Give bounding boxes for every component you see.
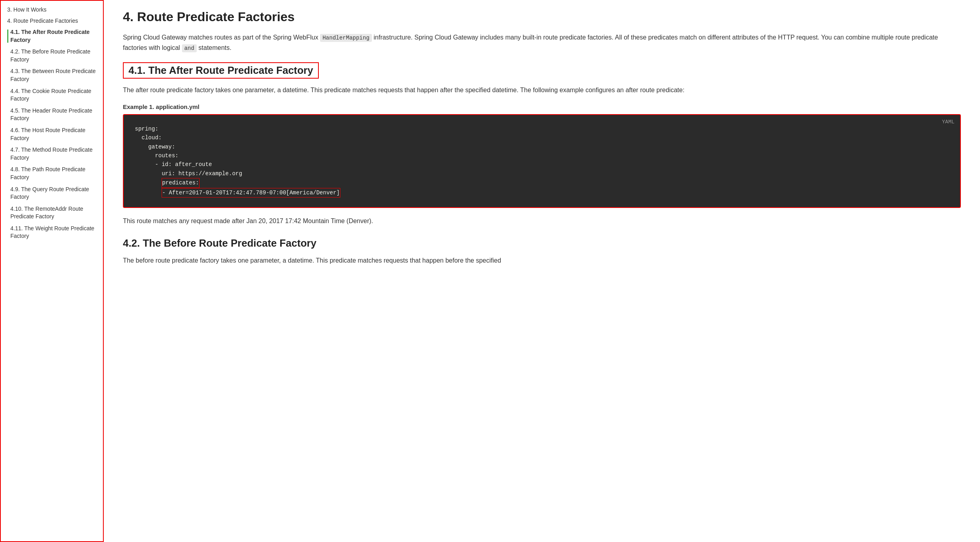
sidebar-item-label: 4.11. The Weight Route Predicate Factory [10,225,94,239]
sidebar-item-4-5[interactable]: 4.5. The Header Route Predicate Factory [1,105,103,125]
section-4-2-description: The before route predicate factory takes… [123,255,961,266]
sidebar-item-4-8[interactable]: 4.8. The Path Route Predicate Factory [1,164,103,183]
code-highlight-after: - After=2017-01-20T17:42:47.789-07:00[Am… [162,188,340,198]
sidebar-item-label: 4.4. The Cookie Route Predicate Factory [10,88,91,102]
sidebar-item-4-6[interactable]: 4.6. The Host Route Predicate Factory [1,125,103,144]
sidebar-item-4-7[interactable]: 4.7. The Method Route Predicate Factory [1,144,103,164]
sidebar-section-header[interactable]: 4. Route Predicate Factories [1,15,103,26]
sidebar-item-label: 4.1. The After Route Predicate Factory [10,29,90,43]
page-title: 4. Route Predicate Factories [123,10,961,24]
code-block: spring: cloud: gateway: routes: - id: af… [124,115,960,207]
sidebar-item-4-9[interactable]: 4.9. The Query Route Predicate Factory [1,184,103,203]
intro-text-before: Spring Cloud Gateway matches routes as p… [123,34,320,41]
section-4-2-title: 4.2. The Before Route Predicate Factory [123,237,961,249]
code-lang-label: YAML [942,119,954,125]
sidebar-item-label: 4.3. The Between Route Predicate Factory [10,68,96,82]
intro-paragraph: Spring Cloud Gateway matches routes as p… [123,32,961,53]
sidebar-section-label: 4. Route Predicate Factories [7,18,78,24]
sidebar-item-label: 4.8. The Path Route Predicate Factory [10,166,85,180]
sidebar-item-4-3[interactable]: 4.3. The Between Route Predicate Factory [1,65,103,85]
sidebar-item-label: 4.9. The Query Route Predicate Factory [10,186,89,200]
sidebar-item-label: 4.6. The Host Route Predicate Factory [10,127,85,141]
sidebar-item-label: 4.7. The Method Route Predicate Factory [10,146,93,161]
sidebar-item-label: 4.2. The Before Route Predicate Factory [10,48,91,63]
code-highlight-predicates: predicates: [162,178,199,188]
example-label: Example 1. application.yml [123,103,961,110]
sidebar-item-4-2[interactable]: 4.2. The Before Route Predicate Factory [1,46,103,65]
sidebar: 3. How It Works 4. Route Predicate Facto… [0,0,104,542]
intro-text-end: statements. [197,44,231,51]
route-note: This route matches any request made afte… [123,216,961,226]
code-block-wrapper: YAML spring: cloud: gateway: routes: - i… [123,114,961,208]
sidebar-item-4-11[interactable]: 4.11. The Weight Route Predicate Factory [1,223,103,242]
sidebar-item-4-10[interactable]: 4.10. The RemoteAddr Route Predicate Fac… [1,203,103,223]
sidebar-item-4-4[interactable]: 4.4. The Cookie Route Predicate Factory [1,85,103,105]
sidebar-item-label: 4.5. The Header Route Predicate Factory [10,107,92,122]
handler-mapping-code: HandlerMapping [320,34,372,42]
and-code: and [182,44,197,52]
section-4-1-description: The after route predicate factory takes … [123,85,961,95]
section-4-1-title: 4.1. The After Route Predicate Factory [123,62,319,79]
sidebar-item-4-1[interactable]: 4.1. The After Route Predicate Factory [1,26,103,46]
sidebar-item-how-it-works[interactable]: 3. How It Works [1,4,103,15]
main-content: 4. Route Predicate Factories Spring Clou… [104,0,980,542]
sidebar-item-label: 4.10. The RemoteAddr Route Predicate Fac… [10,206,83,220]
